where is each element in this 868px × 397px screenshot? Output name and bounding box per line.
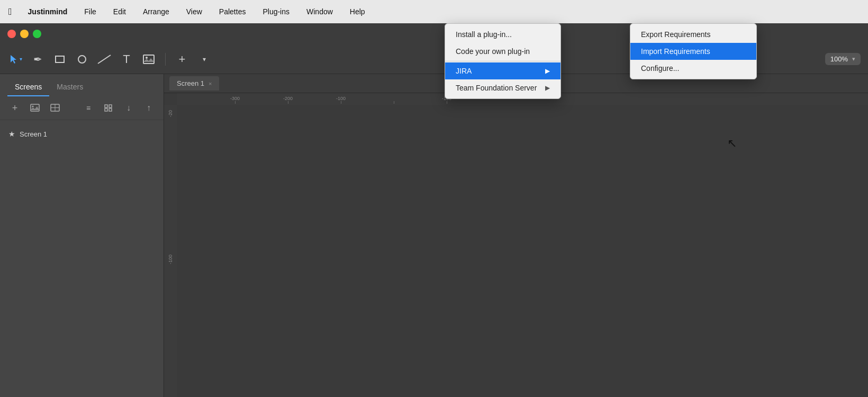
screen-item-label: Screen 1 xyxy=(20,130,47,138)
ruler-mark-300: -300 xyxy=(209,96,261,104)
menu-plugins[interactable]: Plug-ins xyxy=(259,6,293,17)
maximize-button[interactable] xyxy=(33,30,41,38)
ruler-mark-0 xyxy=(367,101,420,104)
sort-down-button[interactable]: ↓ xyxy=(121,101,136,115)
tab-masters[interactable]: Masters xyxy=(49,79,91,96)
pen-tool[interactable]: ✒ xyxy=(30,51,46,67)
add-screen-button[interactable]: + xyxy=(7,101,22,115)
menu-bar:  Justinmind File Edit Arrange View Pale… xyxy=(0,0,868,23)
ruler-v-label-100: -100 xyxy=(168,255,173,264)
screen-star-icon: ★ xyxy=(8,130,15,138)
add-image-button[interactable] xyxy=(28,101,42,115)
menu-edit[interactable]: Edit xyxy=(110,6,129,17)
menu-item-import[interactable]: Import Requirements xyxy=(630,43,756,60)
line-tool[interactable] xyxy=(96,51,112,67)
menu-item-tfs[interactable]: Team Foundation Server ▶ xyxy=(445,79,560,96)
svg-rect-7 xyxy=(31,104,39,111)
ruler-vertical: -20 -100 0 xyxy=(164,105,177,397)
menu-item-jira[interactable]: JIRA ▶ xyxy=(445,62,560,79)
rectangle-tool[interactable] xyxy=(52,51,68,67)
svg-rect-15 xyxy=(105,109,107,111)
toolbar-separator xyxy=(165,53,166,66)
svg-marker-6 xyxy=(143,58,154,62)
menu-file[interactable]: File xyxy=(81,6,100,17)
canvas-tab-close-button[interactable]: × xyxy=(209,80,212,87)
add-component-button[interactable] xyxy=(48,101,62,115)
select-tool[interactable]: ▾ xyxy=(7,51,23,67)
canvas-background xyxy=(177,105,868,397)
svg-line-3 xyxy=(98,55,111,64)
ruler-v-label-20: -20 xyxy=(168,110,173,117)
svg-point-8 xyxy=(32,106,34,107)
main-layout: Screens Masters + ≡ xyxy=(0,74,868,397)
menu-window[interactable]: Window xyxy=(303,6,336,17)
menu-justinmind[interactable]: Justinmind xyxy=(25,6,71,17)
svg-rect-14 xyxy=(109,105,112,107)
svg-rect-1 xyxy=(56,56,64,62)
svg-point-5 xyxy=(146,57,148,59)
minimize-button[interactable] xyxy=(20,30,29,38)
svg-marker-9 xyxy=(31,106,39,110)
sidebar-tab-bar: Screens Masters xyxy=(0,74,164,96)
svg-marker-0 xyxy=(11,55,16,64)
menu-item-install[interactable]: Install a plug-in... xyxy=(445,26,560,43)
jira-submenu: Export Requirements Import Requirements … xyxy=(630,23,757,79)
zoom-control[interactable]: 100% ▾ xyxy=(825,53,861,65)
screen-item[interactable]: ★ Screen 1 xyxy=(0,125,164,142)
ruler-mark-100: -100 xyxy=(314,96,367,104)
tfs-submenu-arrow: ▶ xyxy=(545,84,550,92)
menu-item-configure[interactable]: Configure... xyxy=(630,60,756,77)
image-tool[interactable] xyxy=(141,51,157,67)
grid-view-button[interactable] xyxy=(101,101,116,115)
canvas-tab-label: Screen 1 xyxy=(177,79,204,87)
zoom-dropdown-icon: ▾ xyxy=(852,56,855,62)
svg-rect-16 xyxy=(109,109,112,111)
close-button[interactable] xyxy=(7,30,16,38)
tfs-label: Team Foundation Server xyxy=(456,84,537,92)
menu-separator-1 xyxy=(445,61,560,61)
jira-submenu-arrow: ▶ xyxy=(545,67,550,75)
menu-help[interactable]: Help xyxy=(347,6,368,17)
menu-palettes[interactable]: Palettes xyxy=(216,6,249,17)
menu-item-export[interactable]: Export Requirements xyxy=(630,26,756,43)
svg-point-2 xyxy=(78,56,86,63)
svg-rect-4 xyxy=(143,55,154,64)
canvas-area: Screen 1 × -300 -200 -100 xyxy=(164,74,868,397)
circle-tool[interactable] xyxy=(74,51,90,67)
menu-view[interactable]: View xyxy=(183,6,205,17)
sidebar-actions: + ≡ xyxy=(0,96,164,120)
menu-item-code[interactable]: Code your own plug-in xyxy=(445,43,560,60)
tab-screens[interactable]: Screens xyxy=(7,79,49,96)
apple-menu[interactable]:  xyxy=(8,6,12,17)
sidebar-content: ★ Screen 1 xyxy=(0,120,164,397)
sidebar: Screens Masters + ≡ xyxy=(0,74,164,397)
sort-up-button[interactable]: ↑ xyxy=(141,101,156,115)
svg-rect-13 xyxy=(105,105,107,107)
zoom-value: 100% xyxy=(830,55,848,63)
add-dropdown-button[interactable]: ▾ xyxy=(196,51,212,67)
plugin-menu: Install a plug-in... Code your own plug-… xyxy=(445,23,561,99)
add-element-button[interactable]: + xyxy=(174,51,190,67)
list-view-button[interactable]: ≡ xyxy=(81,101,96,115)
jira-label: JIRA xyxy=(456,67,472,75)
canvas-tab-screen1[interactable]: Screen 1 × xyxy=(169,76,219,91)
text-tool[interactable]: T xyxy=(119,51,134,67)
menu-arrange[interactable]: Arrange xyxy=(140,6,173,17)
ruler-mark-200: -200 xyxy=(261,96,314,104)
